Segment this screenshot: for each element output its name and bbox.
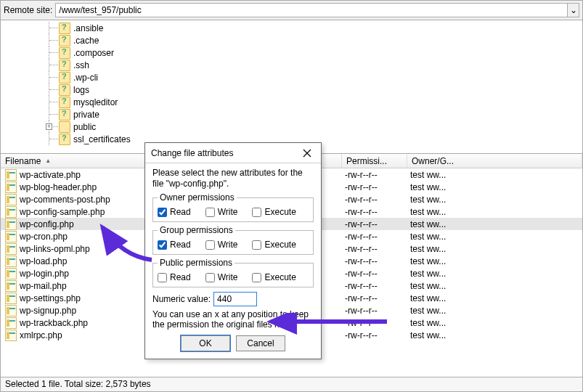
file-name: wp-signup.php [20, 306, 76, 316]
cancel-button[interactable]: Cancel [236, 335, 285, 351]
file-owner: test ww... [407, 330, 582, 340]
folder-unknown-icon [59, 97, 70, 108]
column-owner[interactable]: Owner/G... [407, 154, 582, 168]
folder-unknown-icon [59, 84, 70, 96]
tree-item--wp-cli[interactable]: .wp-cli [1, 71, 582, 83]
remote-tree[interactable]: .ansible.cache.composer.ssh.wp-clilogsmy… [1, 20, 582, 154]
numeric-value-input[interactable] [213, 292, 257, 306]
remote-path-input[interactable] [55, 3, 568, 17]
dialog-hint: You can use an x at any position to keep… [152, 309, 314, 330]
folder-unknown-icon [59, 60, 70, 71]
file-name: wp-login.php [20, 269, 69, 279]
file-name: wp-comments-post.php [20, 195, 110, 205]
file-name: wp-activate.php [20, 170, 81, 180]
file-owner: test ww... [407, 256, 582, 266]
php-file-icon [5, 268, 17, 279]
file-permissions: -rw-r--r-- [342, 318, 407, 328]
public-write-checkbox[interactable]: Write [205, 272, 238, 282]
column-permissions[interactable]: Permissi... [342, 154, 407, 168]
remote-site-label: Remote site: [4, 5, 52, 15]
close-icon[interactable] [298, 146, 317, 160]
folder-unknown-icon [59, 134, 70, 145]
public-execute-checkbox[interactable]: Execute [252, 272, 295, 282]
file-owner: test ww... [407, 318, 582, 328]
file-permissions: -rw-r--r-- [342, 281, 407, 291]
file-permissions: -rw-r--r-- [342, 306, 407, 316]
owner-execute-checkbox[interactable]: Execute [252, 207, 295, 217]
dialog-title: Change file attributes [151, 148, 233, 158]
group-execute-checkbox[interactable]: Execute [252, 240, 295, 250]
folder-unknown-icon [59, 109, 70, 121]
folder-unknown-icon [59, 72, 70, 83]
tree-item-label: public [73, 122, 96, 132]
file-permissions: -rw-r--r-- [342, 219, 407, 229]
tree-item--cache[interactable]: .cache [1, 34, 582, 46]
public-permissions-group: Public permissions Read Write Execute [152, 258, 314, 287]
column-filename[interactable]: Filename▲ [1, 154, 146, 168]
file-name: wp-blog-header.php [20, 182, 97, 192]
php-file-icon [5, 256, 17, 267]
folder-unknown-icon [59, 35, 70, 46]
file-permissions: -rw-r--r-- [342, 256, 407, 266]
change-attributes-dialog: Change file attributes Please select the… [144, 142, 322, 359]
numeric-value-label: Numeric value: [152, 294, 211, 304]
file-owner: test ww... [407, 195, 582, 205]
public-read-checkbox[interactable]: Read [158, 272, 191, 282]
php-file-icon [5, 305, 17, 317]
owner-permissions-group: Owner permissions Read Write Execute [152, 192, 314, 222]
file-name: wp-links-opml.php [20, 244, 90, 254]
file-owner: test ww... [407, 207, 582, 217]
tree-item--ansible[interactable]: .ansible [1, 22, 582, 34]
tree-item-label: private [73, 110, 99, 120]
file-permissions: -rw-r--r-- [342, 232, 407, 242]
owner-write-checkbox[interactable]: Write [205, 207, 238, 217]
file-permissions: -rw-r--r-- [342, 330, 407, 340]
file-permissions: -rw-r--r-- [342, 244, 407, 254]
tree-item-mysqleditor[interactable]: mysqleditor [1, 96, 582, 108]
file-name: xmlrpc.php [20, 330, 62, 340]
dialog-titlebar[interactable]: Change file attributes [145, 143, 321, 163]
tree-item--composer[interactable]: .composer [1, 46, 582, 59]
tree-item-label: .wp-cli [73, 73, 98, 83]
file-owner: test ww... [407, 281, 582, 291]
group-read-checkbox[interactable]: Read [158, 240, 191, 250]
sort-caret-icon: ▲ [45, 158, 51, 164]
group-permissions-group: Group permissions Read Write Execute [152, 225, 314, 255]
ok-button[interactable]: OK [181, 335, 230, 351]
file-owner: test ww... [407, 293, 582, 303]
file-owner: test ww... [407, 306, 582, 316]
chevron-down-icon[interactable]: ⌄ [568, 3, 579, 17]
status-bar: Selected 1 file. Total size: 2,573 bytes [1, 377, 582, 391]
tree-item--ssh[interactable]: .ssh [1, 59, 582, 71]
php-file-icon [5, 231, 17, 242]
file-name: wp-trackback.php [20, 318, 88, 328]
file-name: wp-cron.php [20, 232, 68, 242]
file-owner: test ww... [407, 182, 582, 192]
php-file-icon [5, 293, 17, 304]
file-owner: test ww... [407, 244, 582, 254]
php-file-icon [5, 206, 17, 218]
tree-item-label: mysqleditor [73, 97, 118, 107]
tree-item-logs[interactable]: logs [1, 83, 582, 96]
tree-item-public[interactable]: +public [1, 121, 582, 133]
group-legend: Group permissions [158, 225, 235, 235]
tree-expand-icon[interactable]: + [46, 123, 52, 130]
file-name: wp-config.php [20, 219, 74, 229]
owner-read-checkbox[interactable]: Read [158, 207, 191, 217]
file-name: wp-load.php [20, 256, 67, 266]
file-permissions: -rw-r--r-- [342, 182, 407, 192]
folder-unknown-icon [59, 23, 70, 34]
folder-icon [59, 121, 70, 133]
dialog-intro: Please select the new attributes for the… [152, 168, 314, 189]
tree-item-private[interactable]: private [1, 108, 582, 121]
file-permissions: -rw-r--r-- [342, 207, 407, 217]
tree-item-label: logs [73, 85, 89, 95]
owner-legend: Owner permissions [158, 192, 237, 203]
file-permissions: -rw-r--r-- [342, 269, 407, 279]
php-file-icon [5, 243, 17, 255]
file-owner: test ww... [407, 269, 582, 279]
public-legend: Public permissions [158, 258, 235, 268]
group-write-checkbox[interactable]: Write [205, 240, 238, 250]
file-name: wp-mail.php [20, 281, 67, 291]
tree-item-label: .cache [73, 36, 99, 46]
